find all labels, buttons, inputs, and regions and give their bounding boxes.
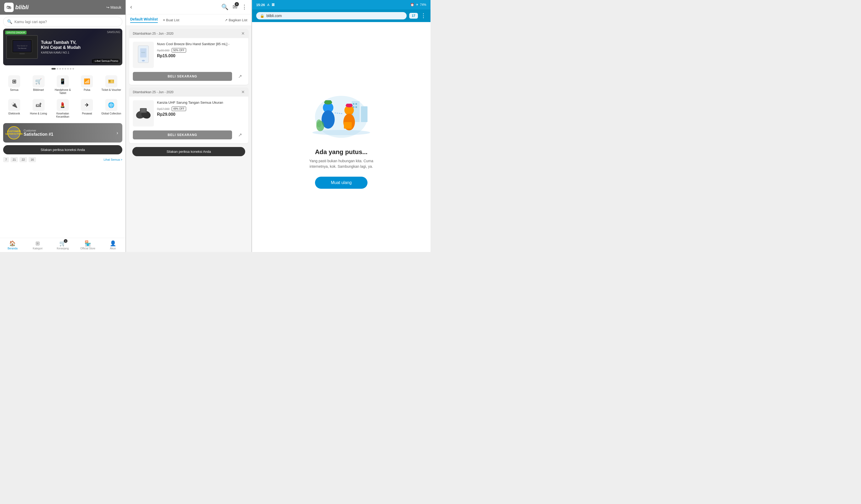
pesawat-icon: ✈ <box>81 99 93 111</box>
url-input[interactable]: 🔒 blibli.com <box>256 12 407 19</box>
blibli-logo: 🛍 blibli <box>4 3 29 12</box>
wishlist-header: ‹ 🔍 ✉ 0 ⋮ <box>126 0 251 14</box>
buy-button-1[interactable]: BELI SEKARANG <box>133 72 232 81</box>
pulsa-label: Pulsa <box>84 88 90 92</box>
cat-pesawat[interactable]: ✈ Pesawat <box>75 97 99 121</box>
dot-2 <box>57 68 58 70</box>
share-button-2[interactable]: ↗ <box>235 130 245 140</box>
search-bar[interactable]: 🔍 <box>3 17 122 27</box>
cat-ticket[interactable]: 🎫 Ticket & Voucher <box>99 73 123 97</box>
promo-banner[interactable]: GRATIS ONGKIR SAMSUNG The World of The M… <box>3 29 122 65</box>
buat-list-button[interactable]: ≡ Buat List <box>163 18 179 22</box>
tabs-count-badge[interactable]: 17 <box>409 13 418 19</box>
dot-6 <box>67 68 69 70</box>
category-grid: ⊞ Semua 🛒 Bliblimart 📱 Handphone & Table… <box>0 72 125 122</box>
search-input[interactable] <box>14 20 118 24</box>
masuk-icon: ↪ <box>106 5 109 10</box>
app-header: 🛍 blibli ↪ Masuk <box>0 0 125 15</box>
cat-pulsa[interactable]: 📶 Pulsa <box>75 73 99 97</box>
cat-bliblimart[interactable]: 🛒 Bliblimart <box>26 73 51 97</box>
cart-badge: 0 <box>235 2 239 6</box>
error-title: Ada yang putus... <box>315 148 368 156</box>
cat-home-living[interactable]: 🛋 Home & Living <box>26 97 51 121</box>
ticket-label: Ticket & Voucher <box>101 88 121 92</box>
share-button-1[interactable]: ↗ <box>235 72 245 81</box>
search-icon: 🔍 <box>7 19 12 24</box>
panel-browser: 15:26 ⚠ 🖼 ⏰ ✈ 74% 🔒 blibli.com 17 ⋮ <box>252 0 430 252</box>
wishlist-item-2: Ditambahkan 25 - Jun - 2020 ✕ Kanzia UHF… <box>129 87 248 143</box>
nav-beranda[interactable]: 🏠 Beranda <box>0 238 25 252</box>
svg-rect-18 <box>355 103 357 105</box>
panel-blibli-app: 🛍 blibli ↪ Masuk 🔍 GRATIS ONGKIR SAMSUNG… <box>0 0 126 252</box>
share-icon-2: ↗ <box>238 132 242 138</box>
kesehatan-icon: 💄 <box>57 99 69 111</box>
free-shipping-badge: GRATIS ONGKIR <box>5 31 27 35</box>
offline-notification-wishlist: Silakan periksa koneksi Anda <box>132 147 245 156</box>
svg-text:NUVO: NUVO <box>141 52 146 53</box>
address-bar: 🔒 blibli.com 17 ⋮ <box>252 10 430 22</box>
banner-text: Tukar Tambah TV, Kini Cepat & Mudah KARE… <box>38 40 119 54</box>
cat-semua[interactable]: ⊞ Semua <box>2 73 26 97</box>
header-actions: 🔍 ✉ 0 ⋮ <box>221 4 247 11</box>
wishlist-item-1-header: Ditambahkan 25 - Jun - 2020 ✕ <box>129 29 248 38</box>
svg-rect-12 <box>141 109 146 112</box>
price-current-1: Rp15.000 <box>157 54 245 58</box>
cat-handphone[interactable]: 📱 Handphone & Tablet <box>51 73 75 97</box>
nav-akun[interactable]: 👤 Akun <box>100 238 125 252</box>
product-info-1: Nuvo Cool Breeze Biru Hand Sanitizer [85… <box>157 42 245 68</box>
svg-text:The World of: The World of <box>17 45 27 47</box>
discount-badge-1: 50% OFF <box>172 48 186 53</box>
more-button[interactable]: ⋮ <box>242 4 247 11</box>
cat-elektronik[interactable]: 🔌 Elektronik <box>2 97 26 121</box>
bagikan-list-button[interactable]: ↗ Bagikan List <box>225 18 247 22</box>
cart-icon-wrap[interactable]: ✉ 0 <box>233 4 237 11</box>
logo-text: blibli <box>15 4 29 11</box>
close-item-2-button[interactable]: ✕ <box>241 90 245 95</box>
nav-kategori[interactable]: ⊞ Kategori <box>25 238 51 252</box>
cat-global[interactable]: 🌐 Global Collection <box>99 97 123 121</box>
tv-image: The World of The Married <box>6 35 38 59</box>
svg-rect-24 <box>325 100 331 103</box>
cat-kesehatan[interactable]: 💄 Kesehatan Kecantikan <box>51 97 75 121</box>
logo-icon: 🛍 <box>4 3 14 12</box>
masuk-button[interactable]: ↪ Masuk <box>106 5 121 10</box>
official-store-icon: 🏪 <box>84 240 91 246</box>
price-original-1: Rp30.000 <box>157 49 169 52</box>
handphone-icon: 📱 <box>57 75 69 87</box>
card-actions-1: BELI SEKARANG ↗ <box>129 72 248 85</box>
svg-point-7 <box>142 60 145 62</box>
satisfaction-arrow-icon: › <box>117 130 118 136</box>
airplane-icon: ✈ <box>416 3 419 6</box>
product-name-2: Kanzia UHF Sarung Tangan Semua Ukuran <box>157 100 245 105</box>
lihat-semua-link[interactable]: Lihat Semua > <box>104 158 122 161</box>
wishlist-item-1: Ditambahkan 25 - Jun - 2020 ✕ NUVO Nuvo … <box>129 29 248 85</box>
browser-error-content: Ada yang putus... Yang pasti bukan hubun… <box>252 22 430 252</box>
cart-icon: 🛒 0 <box>59 240 66 246</box>
buy-button-2[interactable]: BELI SEKARANG <box>133 131 232 139</box>
nav-official-store[interactable]: 🏪 Official Store <box>75 238 100 252</box>
tab-default-wishlist[interactable]: Default Wishlist <box>130 17 158 23</box>
dot-3 <box>59 68 61 70</box>
back-button[interactable]: ‹ <box>130 4 132 11</box>
svg-rect-17 <box>353 103 354 105</box>
promo-button[interactable]: Lihat Semua Promo <box>93 59 120 63</box>
satisfaction-banner[interactable]: CUSTOMERSATISFACTION Customer Satisfacti… <box>3 123 122 142</box>
close-item-1-button[interactable]: ✕ <box>241 31 245 36</box>
price-current-2: Rp29.000 <box>157 112 245 117</box>
global-label: Global Collection <box>101 112 121 115</box>
bottom-navigation: 🏠 Beranda ⊞ Kategori 🛒 0 Keranjang 🏪 Off… <box>0 238 125 252</box>
nav-keranjang[interactable]: 🛒 0 Keranjang <box>50 238 75 252</box>
reload-button[interactable]: Muat ulang <box>315 177 367 189</box>
global-icon: 🌐 <box>105 99 117 111</box>
product-image-2 <box>133 100 154 126</box>
svg-rect-15 <box>361 106 368 122</box>
svg-rect-20 <box>355 106 357 108</box>
akun-icon: 👤 <box>110 240 116 246</box>
svg-rect-2 <box>19 53 25 54</box>
browser-status-bar: 15:26 ⚠ 🖼 ⏰ ✈ 74% <box>252 0 430 10</box>
list-icon: ≡ <box>163 18 165 22</box>
svg-rect-28 <box>346 104 352 106</box>
wishlist-content: Ditambahkan 25 - Jun - 2020 ✕ NUVO Nuvo … <box>126 26 251 252</box>
search-button[interactable]: 🔍 <box>221 4 228 11</box>
browser-more-button[interactable]: ⋮ <box>421 12 426 19</box>
